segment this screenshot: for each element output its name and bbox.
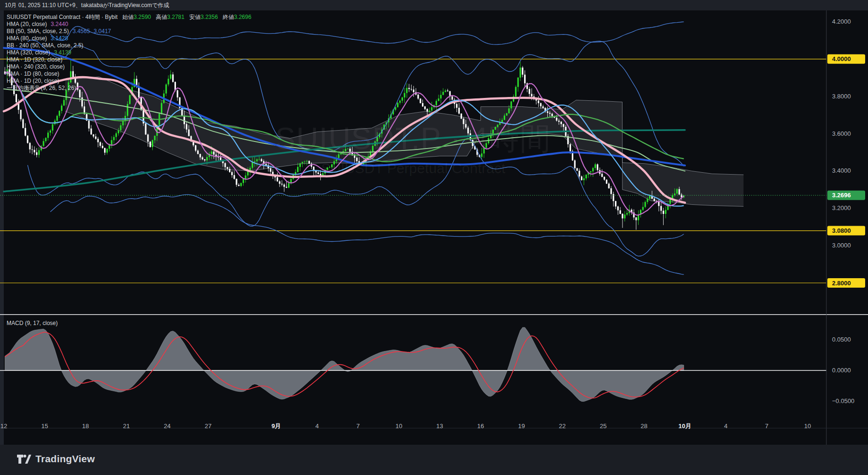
time-axis-label: 12 — [0, 422, 7, 430]
indicator-legend-row[interactable]: HMA · 1D (80, close) — [7, 70, 251, 78]
price-level-badge-text: 2.8000 — [832, 280, 851, 287]
time-axis-label: 7 — [765, 422, 768, 430]
time-axis-label: 10 — [395, 422, 402, 430]
price-axis-tick: 3.8000 — [832, 93, 851, 100]
time-axis-label: 9月 — [272, 422, 281, 430]
export-info-text: 10月 01, 2025 11:10 UTC+9、takatabaがTradin… — [5, 2, 169, 9]
time-axis-label: 7 — [356, 422, 359, 430]
time-axis-label: 10月 — [678, 422, 691, 430]
indicator-legend-row[interactable]: 一目均衡表® (9, 26, 52, 26) — [7, 85, 251, 92]
time-axis-label: 22 — [559, 422, 566, 430]
time-axis-label: 18 — [82, 422, 89, 430]
time-axis-label: 27 — [205, 422, 211, 430]
price-level-badge-text: 4.0000 — [832, 55, 851, 62]
time-axis-label: 25 — [600, 422, 606, 430]
macd-axis-tick: −0.0500 — [832, 397, 854, 405]
time-axis-label: 19 — [518, 422, 525, 430]
price-axis-tick: 3.4000 — [832, 167, 851, 174]
price-axis-tick: 3.2000 — [832, 204, 851, 211]
price-axis-tick: 3.0000 — [832, 242, 851, 249]
tradingview-logo-icon — [17, 455, 31, 464]
export-info-bar: 10月 01, 2025 11:10 UTC+9、takatabaがTradin… — [0, 0, 868, 10]
indicator-legend-row[interactable]: BB (50, SMA, close, 2.5)3.45653.0417 — [7, 28, 251, 35]
indicator-legend-row[interactable]: HMA · 1D (320, close) — [7, 56, 251, 63]
bottom-bar: TradingView — [0, 445, 868, 475]
indicator-legend-row[interactable]: HMA (320, close)3.4139 — [7, 49, 251, 56]
macd-legend-label: MACD (9, 17, close) — [7, 320, 58, 326]
price-axis-tick: 4.2000 — [832, 18, 851, 25]
time-axis-label: 4 — [724, 422, 728, 430]
time-axis-label: 15 — [41, 422, 48, 430]
symbol-title-row[interactable]: SUIUSDT Perpetual Contract · 4時間 · Bybit… — [7, 14, 251, 21]
time-axis-label: 21 — [123, 422, 130, 430]
indicator-legend-row[interactable]: BB · 240 (50, SMA, close, 2.5) — [7, 42, 251, 49]
indicator-legend: SUIUSDT Perpetual Contract · 4時間 · Bybit… — [7, 14, 251, 92]
time-axis-label: 24 — [164, 422, 170, 430]
indicator-legend-row[interactable]: HMA (20, close)3.2440 — [7, 21, 251, 28]
tradingview-logo-text: TradingView — [35, 453, 95, 465]
time-axis-label: 10 — [804, 422, 811, 430]
time-axis-label: 28 — [640, 422, 647, 430]
indicator-legend-row[interactable]: HMA (80, close)3.1428 — [7, 35, 251, 42]
tradingview-logo[interactable]: TradingView — [17, 453, 95, 465]
price-level-badge-text: 3.0800 — [832, 227, 851, 234]
last-price-badge-text: 3.2696 — [832, 192, 851, 199]
time-axis-label: 4 — [316, 422, 319, 430]
macd-axis-tick: 0.0500 — [832, 336, 851, 343]
time-axis-label: 13 — [436, 422, 443, 430]
chart-area[interactable]: SUIUSDT.P · 4時間 SUIUSDT Perpetual Contra… — [0, 10, 868, 445]
macd-legend[interactable]: MACD (9, 17, close) — [7, 320, 58, 326]
pane-divider[interactable] — [0, 314, 868, 315]
indicator-legend-row[interactable]: HMA · 1D (20, close) — [7, 78, 251, 85]
macd-axis-tick: 0.0000 — [832, 367, 851, 374]
time-axis-label: 16 — [477, 422, 484, 430]
price-axis-tick: 3.6000 — [832, 130, 851, 137]
indicator-legend-row[interactable]: HMA · 240 (320, close) — [7, 63, 251, 70]
